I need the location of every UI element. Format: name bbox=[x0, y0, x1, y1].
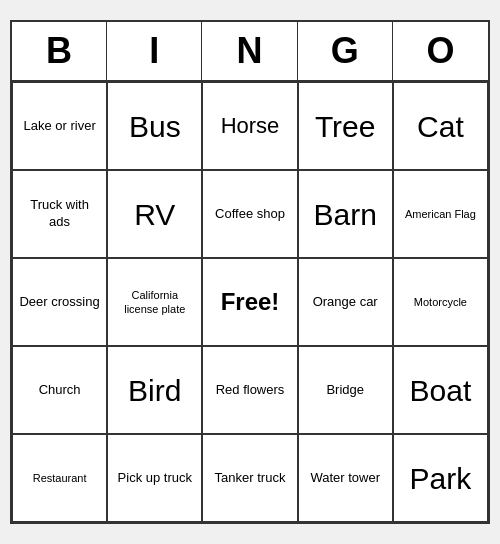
bingo-cell-6[interactable]: RV bbox=[107, 170, 202, 258]
bingo-cell-1[interactable]: Bus bbox=[107, 82, 202, 170]
header-letter-b: B bbox=[12, 22, 107, 80]
bingo-cell-0[interactable]: Lake or river bbox=[12, 82, 107, 170]
bingo-cell-14[interactable]: Motorcycle bbox=[393, 258, 488, 346]
header-letter-o: O bbox=[393, 22, 488, 80]
bingo-cell-23[interactable]: Water tower bbox=[298, 434, 393, 522]
bingo-cell-22[interactable]: Tanker truck bbox=[202, 434, 297, 522]
bingo-cell-12[interactable]: Free! bbox=[202, 258, 297, 346]
bingo-cell-4[interactable]: Cat bbox=[393, 82, 488, 170]
bingo-cell-16[interactable]: Bird bbox=[107, 346, 202, 434]
header-letter-g: G bbox=[298, 22, 393, 80]
bingo-cell-20[interactable]: Restaurant bbox=[12, 434, 107, 522]
bingo-cell-19[interactable]: Boat bbox=[393, 346, 488, 434]
bingo-cell-8[interactable]: Barn bbox=[298, 170, 393, 258]
bingo-cell-24[interactable]: Park bbox=[393, 434, 488, 522]
bingo-cell-18[interactable]: Bridge bbox=[298, 346, 393, 434]
bingo-cell-15[interactable]: Church bbox=[12, 346, 107, 434]
bingo-cell-21[interactable]: Pick up truck bbox=[107, 434, 202, 522]
bingo-cell-10[interactable]: Deer crossing bbox=[12, 258, 107, 346]
bingo-header: BINGO bbox=[12, 22, 488, 82]
bingo-cell-2[interactable]: Horse bbox=[202, 82, 297, 170]
bingo-cell-9[interactable]: American Flag bbox=[393, 170, 488, 258]
bingo-cell-5[interactable]: Truck with ads bbox=[12, 170, 107, 258]
header-letter-n: N bbox=[202, 22, 297, 80]
bingo-cell-17[interactable]: Red flowers bbox=[202, 346, 297, 434]
bingo-cell-3[interactable]: Tree bbox=[298, 82, 393, 170]
bingo-card: BINGO Lake or riverBusHorseTreeCatTruck … bbox=[10, 20, 490, 524]
bingo-grid: Lake or riverBusHorseTreeCatTruck with a… bbox=[12, 82, 488, 522]
header-letter-i: I bbox=[107, 22, 202, 80]
bingo-cell-7[interactable]: Coffee shop bbox=[202, 170, 297, 258]
bingo-cell-11[interactable]: California license plate bbox=[107, 258, 202, 346]
bingo-cell-13[interactable]: Orange car bbox=[298, 258, 393, 346]
